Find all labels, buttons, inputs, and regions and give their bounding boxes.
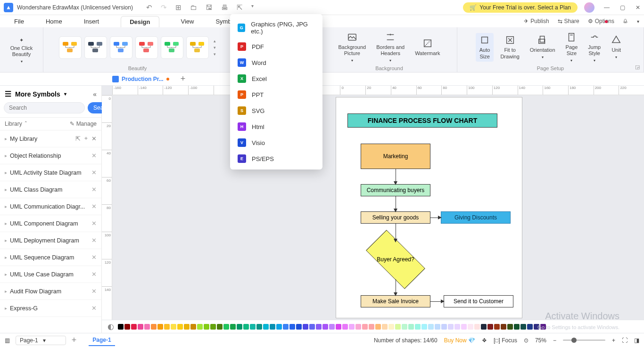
- auto-size-button[interactable]: Auto Size: [476, 33, 494, 61]
- page-tab[interactable]: Page-1: [89, 335, 115, 346]
- color-swatch[interactable]: [461, 324, 467, 330]
- export-icon[interactable]: ⇱: [75, 135, 81, 142]
- library-item[interactable]: ▸UML Sequence Diagram✕: [0, 249, 101, 266]
- export-pdf[interactable]: PPDF: [230, 39, 322, 55]
- color-swatch[interactable]: [230, 324, 236, 330]
- close-icon[interactable]: ✕: [91, 152, 97, 159]
- color-swatch[interactable]: [131, 324, 137, 330]
- color-swatch[interactable]: [501, 324, 506, 330]
- print-icon[interactable]: 🖶: [221, 3, 228, 12]
- one-click-beautify-button[interactable]: ✦ One Click Beautify ▾: [7, 37, 37, 64]
- color-swatch[interactable]: [375, 324, 381, 330]
- color-swatch[interactable]: [243, 324, 249, 330]
- color-swatch[interactable]: [309, 324, 315, 330]
- color-swatch[interactable]: [223, 324, 229, 330]
- style-preset-2[interactable]: [110, 36, 132, 59]
- color-swatch[interactable]: [184, 324, 190, 330]
- color-swatch[interactable]: [138, 324, 143, 330]
- make-sale-invoice-box[interactable]: Make Sale Invoice: [361, 295, 430, 307]
- focus-button[interactable]: [□] Focus: [494, 337, 517, 344]
- color-swatch[interactable]: [481, 324, 487, 330]
- fit-page-icon[interactable]: ⊙: [524, 337, 528, 344]
- export-ps-eps[interactable]: EPS/EPS: [230, 151, 322, 167]
- open-icon[interactable]: 🗀: [190, 3, 197, 12]
- color-swatch[interactable]: [382, 324, 388, 330]
- new-icon[interactable]: ⊞: [175, 3, 182, 12]
- color-swatch[interactable]: [171, 324, 176, 330]
- export-excel[interactable]: XExcel: [230, 71, 322, 87]
- close-icon[interactable]: ✕: [91, 271, 97, 278]
- zoom-in-button[interactable]: +: [612, 337, 615, 344]
- library-item[interactable]: ▸UML Deployment Diagram✕: [0, 232, 101, 249]
- add-icon[interactable]: +: [84, 135, 88, 142]
- color-swatch[interactable]: [342, 324, 348, 330]
- color-swatch[interactable]: [329, 324, 335, 330]
- zoom-slider[interactable]: [563, 339, 605, 341]
- avatar[interactable]: [584, 2, 594, 13]
- color-swatch[interactable]: [507, 324, 513, 330]
- color-swatch[interactable]: [421, 324, 427, 330]
- menu-view[interactable]: View: [181, 18, 194, 25]
- color-swatch[interactable]: [336, 324, 341, 330]
- close-icon[interactable]: ✕: [91, 186, 97, 193]
- color-swatch[interactable]: [316, 324, 322, 330]
- export-word[interactable]: WWord: [230, 55, 322, 71]
- color-swatch[interactable]: [355, 324, 361, 330]
- close-icon[interactable]: ✕: [91, 305, 97, 312]
- color-swatch[interactable]: [408, 324, 414, 330]
- chevron-down-icon[interactable]: ▾: [64, 91, 66, 97]
- color-swatch[interactable]: [217, 324, 223, 330]
- export-svg[interactable]: SSVG: [230, 103, 322, 119]
- orientation-button[interactable]: Orientation▾: [526, 35, 559, 60]
- library-item[interactable]: ▸UML Activity State Diagram✕: [0, 164, 101, 181]
- trial-banner[interactable]: 🛒 Your Free Trial is over. Select a Plan: [463, 2, 578, 13]
- export-icon[interactable]: ⇱: [237, 3, 243, 12]
- drawing-page[interactable]: FINANCE PROCESS FLOW CHART Marketing Com…: [336, 97, 522, 318]
- layers-icon[interactable]: ❖: [482, 337, 487, 344]
- color-swatch[interactable]: [428, 324, 434, 330]
- color-swatch[interactable]: [415, 324, 421, 330]
- color-swatch[interactable]: [527, 324, 533, 330]
- close-icon[interactable]: ✕: [91, 203, 97, 210]
- color-swatch[interactable]: [250, 324, 256, 330]
- style-preset-1[interactable]: [84, 36, 107, 59]
- close-icon[interactable]: ✕: [91, 169, 97, 176]
- collapse-sidebar-icon[interactable]: «: [93, 90, 97, 98]
- chart-title-box[interactable]: FINANCE PROCESS FLOW CHART: [347, 113, 497, 128]
- color-swatch[interactable]: [454, 324, 460, 330]
- color-swatch[interactable]: [177, 324, 183, 330]
- color-swatch[interactable]: [362, 324, 368, 330]
- export-ppt[interactable]: PPPT: [230, 87, 322, 103]
- color-swatch[interactable]: [441, 324, 447, 330]
- style-preset-0[interactable]: [59, 36, 82, 59]
- chevron-up-icon[interactable]: ⌃: [24, 121, 28, 127]
- jump-style-button[interactable]: Jump Style▾: [584, 32, 604, 63]
- collapse-ribbon-icon[interactable]: ▾: [637, 19, 639, 24]
- color-swatch[interactable]: [144, 324, 150, 330]
- giving-discounts-box[interactable]: Giving Discounts: [441, 211, 511, 224]
- minimize-icon[interactable]: ―: [604, 4, 610, 11]
- selling-goods-box[interactable]: Selling your goods: [361, 211, 430, 224]
- communicating-buyers-box[interactable]: Communicating buyers: [361, 184, 430, 196]
- options-button[interactable]: ⚙ Options: [588, 18, 614, 24]
- color-swatch[interactable]: [435, 324, 440, 330]
- menu-insert[interactable]: Insert: [84, 18, 99, 25]
- color-swatch[interactable]: [124, 324, 130, 330]
- export-visio[interactable]: VVisio: [230, 135, 322, 151]
- library-item[interactable]: ▸Audit Flow Diagram✕: [0, 283, 101, 300]
- maximize-icon[interactable]: ▢: [620, 4, 625, 11]
- menu-file[interactable]: File: [14, 18, 24, 25]
- close-icon[interactable]: ✕: [91, 288, 97, 295]
- background-picture-button[interactable]: Background Picture▾: [334, 32, 370, 63]
- color-swatch[interactable]: [395, 324, 401, 330]
- dialog-launcher-icon[interactable]: ◲: [635, 64, 640, 70]
- color-swatch[interactable]: [256, 324, 262, 330]
- color-swatch[interactable]: [322, 324, 328, 330]
- add-page-button[interactable]: +: [72, 335, 77, 345]
- share-button[interactable]: ⇆ Share: [558, 18, 579, 24]
- library-item[interactable]: ▸UML Class Diagram✕: [0, 181, 101, 198]
- color-swatch[interactable]: [157, 324, 163, 330]
- color-swatch[interactable]: [204, 324, 209, 330]
- hamburger-icon[interactable]: ☰: [5, 89, 11, 98]
- color-swatch[interactable]: [263, 324, 269, 330]
